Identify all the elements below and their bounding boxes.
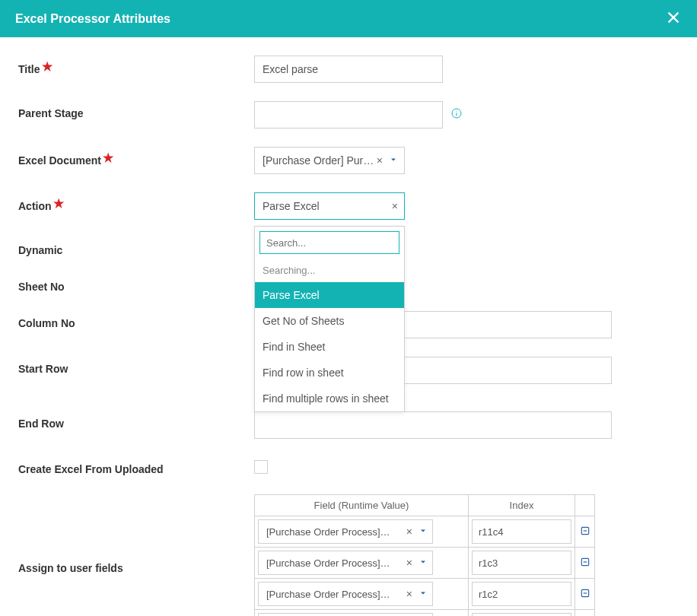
dropdown-search-input[interactable] <box>259 231 399 254</box>
field-select[interactable]: [Purchase Order Process] Q...× <box>258 582 433 606</box>
label-column-no: Column No <box>18 311 254 329</box>
remove-row-button[interactable] <box>580 557 590 567</box>
dialog-title: Excel Processor Attributes <box>15 12 170 26</box>
form-body: Title★ Parent Stage Excel Document★ [Pur… <box>0 37 697 616</box>
table-header-field: Field (Runtime Value) <box>255 495 469 516</box>
table-row: [Purchase Order Process] Pr...× <box>255 610 595 617</box>
label-create-excel: Create Excel From Uploaded <box>18 457 254 475</box>
required-star-icon: ★ <box>53 197 64 210</box>
label-start-row: Start Row <box>18 357 254 375</box>
label-parent-stage: Parent Stage <box>18 101 254 119</box>
table-row: [Purchase Order Process] Q...× <box>255 579 595 610</box>
table-row: [Purchase Order Process] U...× <box>255 548 595 579</box>
label-end-row: End Row <box>18 411 254 430</box>
clear-icon[interactable]: × <box>377 154 383 167</box>
action-dropdown: Searching... Parse ExcelGet No of Sheets… <box>254 226 405 412</box>
label-dynamic: Dynamic <box>18 238 254 256</box>
dropdown-option[interactable]: Get No of Sheets <box>255 308 404 334</box>
field-select[interactable]: [Purchase Order Process] To...× <box>258 519 433 544</box>
dropdown-option[interactable]: Find row in sheet <box>255 360 404 386</box>
remove-row-button[interactable] <box>580 588 590 599</box>
index-input[interactable] <box>472 613 571 616</box>
index-input[interactable] <box>472 519 571 544</box>
dropdown-option[interactable]: Find in Sheet <box>255 334 404 360</box>
table-header-index: Index <box>469 495 575 516</box>
table-row: [Purchase Order Process] To...× <box>255 516 595 548</box>
excel-document-select[interactable]: [Purchase Order] Purc... × <box>254 147 405 174</box>
close-icon <box>665 9 682 26</box>
clear-icon[interactable]: × <box>406 526 412 538</box>
create-excel-checkbox[interactable] <box>254 460 268 474</box>
label-title: Title★ <box>18 56 254 76</box>
dropdown-searching-text: Searching... <box>255 259 404 282</box>
label-excel-document: Excel Document★ <box>18 147 254 167</box>
index-input[interactable] <box>472 582 571 606</box>
table-header-actions <box>575 495 595 516</box>
remove-row-button[interactable] <box>580 526 590 536</box>
clear-icon[interactable]: × <box>392 200 398 212</box>
clear-icon[interactable]: × <box>406 588 412 600</box>
field-select[interactable]: [Purchase Order Process] U...× <box>258 551 433 575</box>
field-select[interactable]: [Purchase Order Process] Pr...× <box>258 613 433 616</box>
clear-icon[interactable]: × <box>406 557 412 569</box>
dialog-header: Excel Processor Attributes <box>0 0 697 37</box>
label-sheet-no: Sheet No <box>18 275 254 293</box>
dropdown-option[interactable]: Parse Excel <box>255 282 404 308</box>
title-input[interactable] <box>254 56 443 83</box>
label-assign: Assign to user fields <box>18 562 254 574</box>
chevron-down-icon <box>419 557 428 569</box>
label-action: Action★ <box>18 192 254 213</box>
chevron-down-icon <box>389 154 398 167</box>
action-select[interactable]: Parse Excel × <box>254 192 405 220</box>
end-row-input[interactable] <box>254 411 612 439</box>
info-icon[interactable] <box>450 107 463 119</box>
required-star-icon: ★ <box>103 151 113 164</box>
chevron-down-icon <box>419 589 428 600</box>
close-button[interactable] <box>665 9 682 28</box>
chevron-down-icon <box>419 526 428 538</box>
assign-table: Field (Runtime Value) Index [Purchase Or… <box>254 494 595 616</box>
svg-point-2 <box>456 110 457 111</box>
parent-stage-input[interactable] <box>254 101 443 129</box>
dropdown-option[interactable]: Find multiple rows in sheet <box>255 386 404 411</box>
index-input[interactable] <box>472 551 571 575</box>
required-star-icon: ★ <box>42 60 53 73</box>
